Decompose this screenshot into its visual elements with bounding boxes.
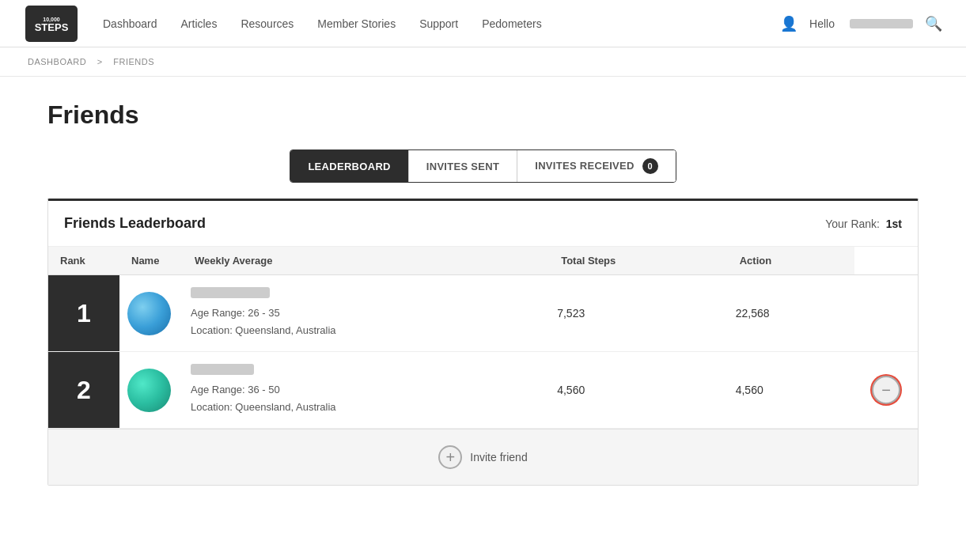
hello-label: Hello [809,17,835,30]
avatar-1 [127,292,171,335]
col-name: Name [119,247,183,275]
avatar-1-cell [119,275,183,352]
breadcrumb-current: FRIENDS [113,57,154,66]
leaderboard-title: Friends Leaderboard [64,215,206,232]
logo[interactable]: 10,000 STEPS [24,4,79,44]
invites-received-badge: 0 [642,158,658,174]
avatar-2 [127,369,171,412]
your-rank: Your Rank: 1st [825,218,902,230]
tab-invites-sent[interactable]: INVITES SENT [409,150,517,182]
minus-icon: − [881,381,891,399]
avatar-2-cell [119,352,183,429]
page-content: Friends LEADERBOARD INVITES SENT INVITES… [0,77,966,509]
col-weekly-avg: Weekly Average [183,247,549,275]
name-2-blur [191,364,254,375]
name-1-cell: Age Range: 26 - 35 Location: Queensland,… [183,275,549,352]
total-steps-1: 22,568 [728,275,854,352]
age-range-1: Age Range: 26 - 35 [191,305,541,322]
tabs-container: LEADERBOARD INVITES SENT INVITES RECEIVE… [47,149,919,183]
nav-dashboard[interactable]: Dashboard [103,17,157,30]
col-action: Action [728,247,854,275]
your-rank-label: Your Rank: [825,218,880,230]
leaderboard-table: Rank Name Weekly Average Total Steps Act… [48,247,918,429]
rank-2: 2 [48,352,119,429]
tab-invites-received[interactable]: INVITES RECEIVED 0 [517,150,675,182]
name-2-cell: Age Range: 36 - 50 Location: Queensland,… [183,352,549,429]
weekly-avg-2: 4,560 [549,352,728,429]
breadcrumb-home[interactable]: DASHBOARD [28,57,86,66]
invite-label: Invite friend [470,451,527,464]
svg-text:STEPS: STEPS [35,21,69,33]
location-1: Location: Queensland, Australia [191,322,541,339]
search-button[interactable]: 🔍 [925,15,942,32]
leaderboard-header: Friends Leaderboard Your Rank: 1st [48,201,918,247]
user-icon: 👤 [780,15,797,32]
location-2: Location: Queensland, Australia [191,399,541,416]
table-header-row: Rank Name Weekly Average Total Steps Act… [48,247,918,275]
invite-plus-icon: + [438,445,462,469]
col-total-steps: Total Steps [549,247,728,275]
your-rank-value: 1st [886,218,902,230]
tab-leaderboard[interactable]: LEADERBOARD [290,150,408,182]
tab-invites-received-label: INVITES RECEIVED [535,160,634,172]
name-1-blur [191,287,270,298]
nav-resources[interactable]: Resources [241,17,294,30]
col-rank: Rank [48,247,119,275]
header-right: 👤 Hello 🔍 [780,15,942,32]
age-range-2: Age Range: 36 - 50 [191,381,541,399]
tabs: LEADERBOARD INVITES SENT INVITES RECEIVE… [290,149,676,183]
main-nav: Dashboard Articles Resources Member Stor… [103,17,780,30]
remove-button-2[interactable]: − [872,376,900,404]
total-steps-2: 4,560 [728,352,854,429]
nav-pedometers[interactable]: Pedometers [482,17,541,30]
rank-1: 1 [48,275,119,352]
username-display [850,19,913,28]
breadcrumb-separator: > [97,57,103,66]
breadcrumb: DASHBOARD > FRIENDS [0,47,966,77]
action-1 [854,275,918,352]
leaderboard-card: Friends Leaderboard Your Rank: 1st Rank … [47,199,919,486]
invite-footer[interactable]: + Invite friend [48,429,918,485]
nav-support[interactable]: Support [419,17,458,30]
weekly-avg-1: 7,523 [549,275,728,352]
nav-member-stories[interactable]: Member Stories [317,17,396,30]
action-2: − [854,352,918,429]
site-header: 10,000 STEPS Dashboard Articles Resource… [0,0,966,47]
nav-articles[interactable]: Articles [181,17,218,30]
page-title: Friends [47,100,919,130]
table-row: 1 Age Range: 26 - 35 Location: Queenslan… [48,275,918,352]
table-row: 2 Age Range: 36 - 50 Location: Queenslan… [48,352,918,429]
